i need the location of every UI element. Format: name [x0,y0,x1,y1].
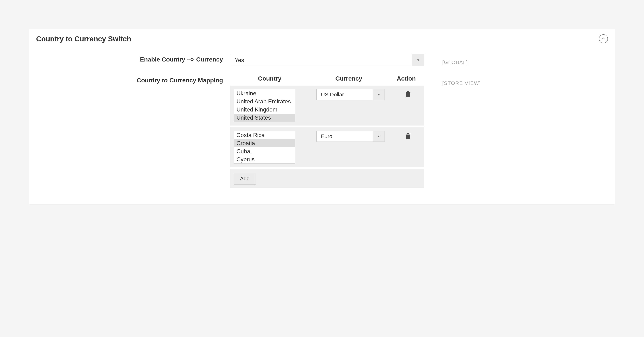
mapping-scope-tag: [STORE VIEW] [442,75,481,86]
country-option[interactable]: United Kingdom [234,106,295,114]
mapping-table: Country Currency Action UkraineUnited Ar… [230,75,424,188]
trash-icon [405,137,411,140]
svg-marker-0 [417,59,420,61]
svg-rect-3 [406,92,410,93]
mapping-field-label: Country to Currency Mapping [36,75,230,84]
panel-title: Country to Currency Switch [36,35,131,43]
chevron-down-icon [373,131,384,142]
currency-select[interactable]: Euro [316,131,385,142]
enable-scope-tag: [GLOBAL] [442,54,468,65]
country-multiselect[interactable]: Costa RicaCroatiaCubaCyprus [234,131,295,164]
col-header-currency: Currency [309,75,388,82]
chevron-up-icon [602,37,605,41]
col-header-action: Action [388,75,424,82]
trash-icon [405,95,411,98]
mapping-add-row: Add [230,169,424,188]
collapse-toggle[interactable] [599,34,608,43]
currency-select[interactable]: US Dollar [316,89,385,100]
svg-rect-2 [406,93,410,97]
chevron-down-icon [412,54,424,66]
mapping-table-header: Country Currency Action [230,75,424,86]
panel-header: Country to Currency Switch [36,34,608,43]
col-header-country: Country [230,75,309,82]
svg-marker-1 [378,94,380,95]
country-option[interactable]: Croatia [234,139,295,147]
country-option[interactable]: Cyprus [234,155,295,163]
country-multiselect[interactable]: UkraineUnited Arab EmiratesUnited Kingdo… [234,89,295,122]
enable-field-label: Enable Country --> Currency [36,54,230,63]
country-option[interactable]: Ukraine [234,89,295,98]
svg-rect-6 [406,135,410,139]
mapping-row: Costa RicaCroatiaCubaCyprusEuro [230,127,424,167]
svg-rect-7 [406,134,410,134]
svg-rect-8 [407,133,409,134]
currency-select-value: Euro [316,131,373,142]
svg-rect-4 [407,91,409,92]
currency-select-value: US Dollar [316,89,373,100]
add-button[interactable]: Add [234,173,256,184]
chevron-down-icon [373,89,384,100]
mapping-field-row: Country to Currency Mapping Country Curr… [36,75,608,188]
country-option[interactable]: United Arab Emirates [234,98,295,106]
country-option[interactable]: Costa Rica [234,131,295,139]
country-currency-panel: Country to Currency Switch Enable Countr… [29,29,615,204]
country-option[interactable]: United States [234,114,295,122]
svg-marker-5 [378,136,380,137]
enable-select[interactable]: Yes [230,54,424,66]
delete-row-button[interactable] [405,91,411,98]
country-option[interactable]: Cuba [234,147,295,155]
mapping-row: UkraineUnited Arab EmiratesUnited Kingdo… [230,86,424,126]
enable-select-value: Yes [230,54,412,66]
delete-row-button[interactable] [405,133,411,139]
enable-field-row: Enable Country --> Currency Yes [GLOBAL] [36,54,608,66]
